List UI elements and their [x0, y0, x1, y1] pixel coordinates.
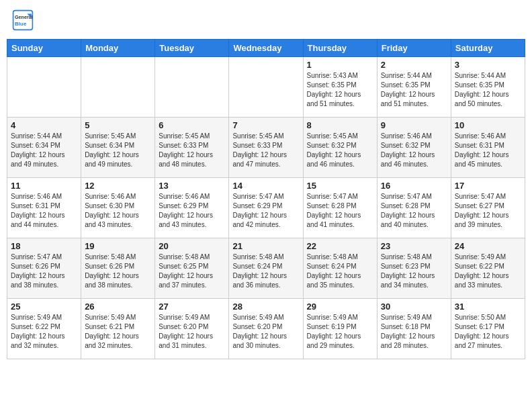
day-header-friday: Friday — [377, 40, 451, 57]
logo: General Blue — [12, 9, 36, 31]
day-header-wednesday: Wednesday — [229, 40, 303, 57]
day-number: 7 — [232, 120, 299, 130]
calendar-cell — [81, 57, 155, 118]
calendar-cell: 28Sunrise: 5:49 AM Sunset: 6:20 PM Dayli… — [229, 299, 303, 359]
day-detail: Sunrise: 5:47 AM Sunset: 6:28 PM Dayligh… — [307, 192, 373, 230]
day-detail: Sunrise: 5:49 AM Sunset: 6:18 PM Dayligh… — [381, 313, 447, 351]
day-header-saturday: Saturday — [451, 40, 525, 57]
calendar-cell: 4Sunrise: 5:44 AM Sunset: 6:34 PM Daylig… — [7, 118, 81, 178]
day-detail: Sunrise: 5:48 AM Sunset: 6:25 PM Dayligh… — [159, 253, 225, 290]
calendar-week-5: 25Sunrise: 5:49 AM Sunset: 6:22 PM Dayli… — [7, 299, 525, 359]
day-number: 11 — [11, 181, 77, 191]
day-number: 25 — [11, 302, 77, 312]
calendar-cell: 29Sunrise: 5:49 AM Sunset: 6:19 PM Dayli… — [303, 299, 377, 359]
day-detail: Sunrise: 5:49 AM Sunset: 6:20 PM Dayligh… — [232, 313, 299, 351]
day-detail: Sunrise: 5:44 AM Sunset: 6:35 PM Dayligh… — [381, 71, 447, 109]
calendar-cell: 1Sunrise: 5:43 AM Sunset: 6:35 PM Daylig… — [303, 57, 377, 118]
day-detail: Sunrise: 5:50 AM Sunset: 6:17 PM Dayligh… — [455, 313, 521, 351]
day-number: 10 — [455, 120, 521, 130]
calendar-cell: 2Sunrise: 5:44 AM Sunset: 6:35 PM Daylig… — [377, 57, 451, 118]
day-number: 5 — [85, 120, 151, 130]
calendar-cell: 7Sunrise: 5:45 AM Sunset: 6:33 PM Daylig… — [229, 118, 303, 178]
calendar-cell: 30Sunrise: 5:49 AM Sunset: 6:18 PM Dayli… — [377, 299, 451, 359]
calendar-cell: 10Sunrise: 5:46 AM Sunset: 6:31 PM Dayli… — [451, 118, 525, 178]
day-number: 15 — [307, 181, 373, 191]
logo-icon: General Blue — [12, 9, 34, 31]
calendar-week-4: 18Sunrise: 5:47 AM Sunset: 6:26 PM Dayli… — [7, 238, 525, 299]
svg-text:Blue: Blue — [15, 21, 27, 27]
calendar-cell: 15Sunrise: 5:47 AM Sunset: 6:28 PM Dayli… — [303, 178, 377, 238]
day-number: 3 — [455, 60, 521, 70]
day-detail: Sunrise: 5:49 AM Sunset: 6:21 PM Dayligh… — [85, 313, 151, 351]
day-number: 29 — [307, 302, 373, 312]
header: General Blue — [7, 7, 525, 34]
calendar-cell: 13Sunrise: 5:46 AM Sunset: 6:29 PM Dayli… — [155, 178, 229, 238]
day-number: 2 — [381, 60, 447, 70]
day-detail: Sunrise: 5:48 AM Sunset: 6:23 PM Dayligh… — [381, 253, 447, 290]
day-detail: Sunrise: 5:45 AM Sunset: 6:32 PM Dayligh… — [307, 132, 373, 169]
calendar-cell — [155, 57, 229, 118]
calendar-cell — [7, 57, 81, 118]
calendar-cell: 21Sunrise: 5:48 AM Sunset: 6:24 PM Dayli… — [229, 238, 303, 299]
day-number: 6 — [159, 120, 225, 130]
day-number: 23 — [381, 241, 447, 251]
calendar-table: SundayMondayTuesdayWednesdayThursdayFrid… — [7, 39, 525, 359]
day-number: 14 — [232, 181, 299, 191]
calendar-cell: 26Sunrise: 5:49 AM Sunset: 6:21 PM Dayli… — [81, 299, 155, 359]
day-detail: Sunrise: 5:44 AM Sunset: 6:35 PM Dayligh… — [455, 71, 521, 109]
calendar-cell: 18Sunrise: 5:47 AM Sunset: 6:26 PM Dayli… — [7, 238, 81, 299]
calendar-cell: 5Sunrise: 5:45 AM Sunset: 6:34 PM Daylig… — [81, 118, 155, 178]
day-number: 27 — [159, 302, 225, 312]
calendar-cell — [229, 57, 303, 118]
day-number: 24 — [455, 241, 521, 251]
calendar-cell: 24Sunrise: 5:49 AM Sunset: 6:22 PM Dayli… — [451, 238, 525, 299]
day-number: 18 — [11, 241, 77, 251]
day-number: 28 — [232, 302, 299, 312]
day-detail: Sunrise: 5:49 AM Sunset: 6:22 PM Dayligh… — [11, 313, 77, 351]
day-detail: Sunrise: 5:47 AM Sunset: 6:29 PM Dayligh… — [232, 192, 299, 230]
calendar-cell: 6Sunrise: 5:45 AM Sunset: 6:33 PM Daylig… — [155, 118, 229, 178]
day-detail: Sunrise: 5:48 AM Sunset: 6:26 PM Dayligh… — [85, 253, 151, 290]
calendar-cell: 16Sunrise: 5:47 AM Sunset: 6:28 PM Dayli… — [377, 178, 451, 238]
day-number: 21 — [232, 241, 299, 251]
day-detail: Sunrise: 5:43 AM Sunset: 6:35 PM Dayligh… — [307, 71, 373, 109]
day-header-sunday: Sunday — [7, 40, 81, 57]
calendar-week-3: 11Sunrise: 5:46 AM Sunset: 6:31 PM Dayli… — [7, 178, 525, 238]
day-detail: Sunrise: 5:48 AM Sunset: 6:24 PM Dayligh… — [232, 253, 299, 290]
calendar-cell: 25Sunrise: 5:49 AM Sunset: 6:22 PM Dayli… — [7, 299, 81, 359]
day-number: 20 — [159, 241, 225, 251]
day-number: 19 — [85, 241, 151, 251]
day-detail: Sunrise: 5:49 AM Sunset: 6:22 PM Dayligh… — [455, 253, 521, 290]
day-detail: Sunrise: 5:49 AM Sunset: 6:19 PM Dayligh… — [307, 313, 373, 351]
day-number: 30 — [381, 302, 447, 312]
calendar-cell: 27Sunrise: 5:49 AM Sunset: 6:20 PM Dayli… — [155, 299, 229, 359]
day-number: 1 — [307, 60, 373, 70]
calendar-cell: 20Sunrise: 5:48 AM Sunset: 6:25 PM Dayli… — [155, 238, 229, 299]
day-detail: Sunrise: 5:45 AM Sunset: 6:33 PM Dayligh… — [159, 132, 225, 169]
day-number: 16 — [381, 181, 447, 191]
calendar-cell: 3Sunrise: 5:44 AM Sunset: 6:35 PM Daylig… — [451, 57, 525, 118]
day-header-thursday: Thursday — [303, 40, 377, 57]
day-number: 4 — [11, 120, 77, 130]
day-detail: Sunrise: 5:46 AM Sunset: 6:30 PM Dayligh… — [85, 192, 151, 230]
calendar-cell: 19Sunrise: 5:48 AM Sunset: 6:26 PM Dayli… — [81, 238, 155, 299]
day-number: 17 — [455, 181, 521, 191]
calendar-cell: 17Sunrise: 5:47 AM Sunset: 6:27 PM Dayli… — [451, 178, 525, 238]
day-number: 12 — [85, 181, 151, 191]
day-number: 9 — [381, 120, 447, 130]
day-detail: Sunrise: 5:46 AM Sunset: 6:29 PM Dayligh… — [159, 192, 225, 230]
day-number: 31 — [455, 302, 521, 312]
calendar-cell: 11Sunrise: 5:46 AM Sunset: 6:31 PM Dayli… — [7, 178, 81, 238]
day-number: 26 — [85, 302, 151, 312]
day-number: 8 — [307, 120, 373, 130]
day-detail: Sunrise: 5:47 AM Sunset: 6:28 PM Dayligh… — [381, 192, 447, 230]
calendar-week-2: 4Sunrise: 5:44 AM Sunset: 6:34 PM Daylig… — [7, 118, 525, 178]
day-detail: Sunrise: 5:46 AM Sunset: 6:31 PM Dayligh… — [11, 192, 77, 230]
day-detail: Sunrise: 5:45 AM Sunset: 6:34 PM Dayligh… — [85, 132, 151, 169]
day-number: 13 — [159, 181, 225, 191]
calendar-cell: 22Sunrise: 5:48 AM Sunset: 6:24 PM Dayli… — [303, 238, 377, 299]
day-detail: Sunrise: 5:49 AM Sunset: 6:20 PM Dayligh… — [159, 313, 225, 351]
day-detail: Sunrise: 5:48 AM Sunset: 6:24 PM Dayligh… — [307, 253, 373, 290]
day-header-tuesday: Tuesday — [155, 40, 229, 57]
day-detail: Sunrise: 5:46 AM Sunset: 6:31 PM Dayligh… — [455, 132, 521, 169]
